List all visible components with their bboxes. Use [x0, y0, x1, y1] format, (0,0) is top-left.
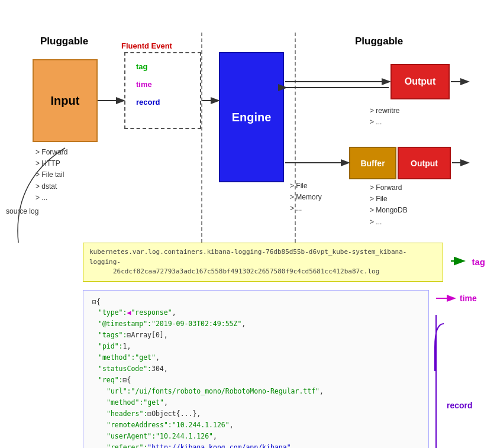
time-label-area: time — [435, 294, 477, 303]
right-label-panel: time record — [432, 285, 485, 449]
output-bottom-label: Output — [411, 159, 438, 168]
engine-label: Engine — [232, 111, 272, 124]
record-label-area: record — [432, 318, 473, 449]
json-line-12: "userAgent":"10.244.1.126", — [92, 431, 419, 442]
buffer-label: Buffer — [360, 159, 385, 168]
json-line-4: "pid":1, — [92, 341, 419, 352]
json-line-10: "headers":⊟Object{...}, — [92, 408, 419, 420]
json-block: ⊟{ "type":◀"response", "@timestamp":"201… — [83, 290, 429, 449]
json-line-9: "method":"get", — [92, 397, 419, 408]
diagram-area: Pluggable Pluggable Input > Forward> HTT… — [0, 0, 497, 243]
tag-row: kubernetes.var.log.containers.kibana-log… — [12, 243, 485, 282]
pluggable-right-label: Pluggable — [355, 36, 403, 47]
output-top-desc: > rewritre> ... — [370, 105, 399, 128]
output-top-label: Output — [405, 76, 435, 87]
json-line-2: "@timestamp":"2019-09-03T02:49:55Z", — [92, 318, 419, 330]
tag-text-line2: 26cdcf82caa72793a3adc167c558bf491302c265… — [89, 267, 379, 275]
json-outer: ⊟{ "type":◀"response", "@timestamp":"201… — [12, 285, 485, 449]
engine-box: Engine — [219, 52, 284, 182]
buffer-box: Buffer — [349, 147, 396, 179]
source-log-label: source log — [6, 207, 38, 215]
json-line-11: "remoteAddress":"10.244.1.126", — [92, 420, 419, 431]
fe-record-label: record — [136, 98, 160, 107]
fe-tag-label: tag — [136, 62, 148, 71]
fe-time-label: time — [136, 80, 152, 89]
json-line-13: "referer":"http://kibana.kong.com/app/ki… — [92, 442, 419, 448]
json-type-val: "response" — [131, 308, 172, 317]
record-label: record — [447, 401, 473, 410]
json-line-5: "method":"get", — [92, 352, 419, 363]
json-line-8: "url":"/ui/fonts/roboto_mono/RobotoMono-… — [92, 386, 419, 397]
record-brace-line — [435, 315, 437, 449]
tag-text-line1: kubernetes.var.log.containers.kibana-log… — [89, 248, 406, 266]
bottom-section: kubernetes.var.log.containers.kibana-log… — [0, 243, 497, 448]
json-line-6: "statusCode":304, — [92, 363, 419, 375]
tag-label: tag — [472, 257, 486, 267]
output-bottom-desc: > Forward> File> MongoDB> ... — [370, 182, 408, 228]
tag-green-arrow — [450, 255, 467, 269]
output-top-box: Output — [390, 64, 450, 99]
fluentd-event-title: Fluentd Event — [121, 41, 172, 50]
json-line-3: "tags":⊟Array[0], — [92, 330, 419, 341]
input-desc: > Forward> HTTP> File tail> dstat> ... — [36, 147, 67, 204]
dashed-line-left — [201, 33, 202, 243]
dashed-line-right — [295, 33, 296, 243]
json-line-0: ⊟{ — [92, 296, 419, 308]
time-label: time — [460, 294, 477, 303]
json-type-key: "type": — [98, 308, 127, 317]
input-box: Input — [33, 59, 98, 142]
input-label: Input — [51, 94, 80, 108]
json-line-7: "req":⊟{ — [92, 375, 419, 386]
json-line-1: "type":◀"response", — [92, 307, 419, 318]
output-bottom-box: Output — [398, 147, 451, 179]
pluggable-left-label: Pluggable — [40, 36, 88, 47]
spacer-left — [12, 285, 83, 449]
tag-content-box: kubernetes.var.log.containers.kibana-log… — [83, 243, 443, 282]
